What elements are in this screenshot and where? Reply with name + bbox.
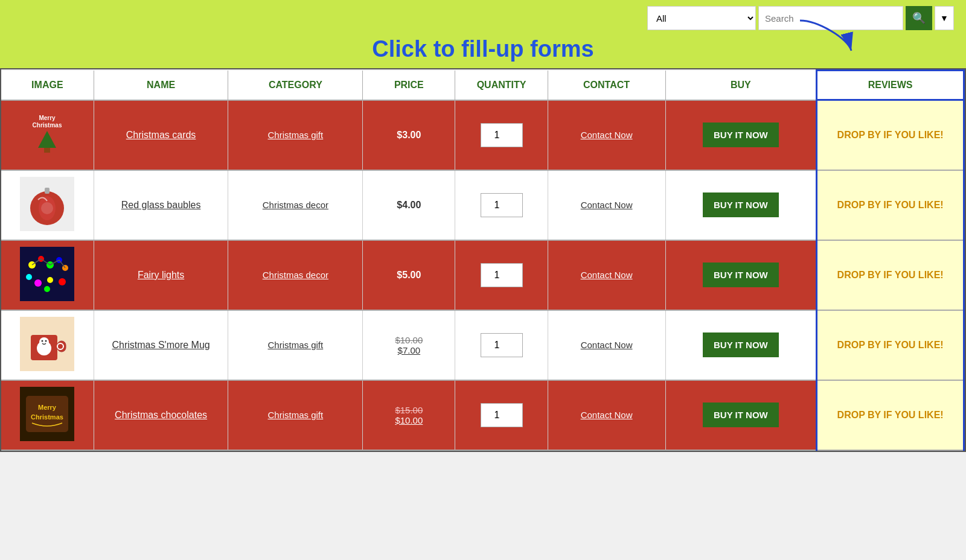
product-name-link[interactable]: Red glass baubles <box>121 200 201 210</box>
category-link[interactable]: Christmas gift <box>268 410 324 420</box>
product-category-cell: Christmas decor <box>228 240 363 310</box>
search-button[interactable]: 🔍 <box>906 6 932 30</box>
product-name-link[interactable]: Christmas S'more Mug <box>112 340 210 350</box>
svg-point-27 <box>39 337 49 347</box>
product-contact-cell: Contact Now <box>548 240 665 310</box>
table-row: Red glass baublesChristmas decor$4.00Con… <box>1 170 964 240</box>
col-header-price: PRICE <box>363 71 455 100</box>
category-link[interactable]: Christmas decor <box>263 200 328 210</box>
contact-link[interactable]: Contact Now <box>581 270 633 280</box>
category-link[interactable]: Christmas decor <box>263 270 328 280</box>
product-review-cell: DROP BY IF YOU LIKE! <box>817 310 964 380</box>
product-price-cell: $3.00 <box>363 100 455 170</box>
product-quantity-cell <box>455 310 548 380</box>
search-category-select[interactable]: All <box>647 6 756 30</box>
svg-point-10 <box>41 202 53 214</box>
category-link[interactable]: Christmas gift <box>268 130 324 140</box>
product-contact-cell: Contact Now <box>548 170 665 240</box>
product-category-cell: Christmas decor <box>228 170 363 240</box>
product-quantity-cell <box>455 170 548 240</box>
table-row: Christmas S'more MugChristmas gift$10.00… <box>1 310 964 380</box>
product-category-cell: Christmas gift <box>228 100 363 170</box>
category-link[interactable]: Christmas gift <box>268 340 324 350</box>
product-name-cell: Christmas S'more Mug <box>94 310 228 380</box>
col-header-quantity: QUANTITY <box>455 71 548 100</box>
product-price-cell: $5.00 <box>363 240 455 310</box>
price-regular: $3.00 <box>397 130 421 140</box>
contact-link[interactable]: Contact Now <box>581 130 633 140</box>
product-image-cell: MerryChristmas <box>1 100 94 170</box>
product-image-cell <box>1 170 94 240</box>
price-regular: $5.00 <box>397 270 421 280</box>
contact-link[interactable]: Contact Now <box>581 340 633 350</box>
quantity-input[interactable] <box>481 403 523 427</box>
product-quantity-cell <box>455 380 548 450</box>
product-name-cell: Christmas chocolates <box>94 380 228 450</box>
product-table: IMAGE NAME CATEGORY PRICE QUANTITY CONTA… <box>1 69 965 451</box>
price-original: $10.00 <box>368 335 450 345</box>
contact-link[interactable]: Contact Now <box>581 200 633 210</box>
product-name-link[interactable]: Christmas cards <box>126 130 196 140</box>
price-regular: $4.00 <box>397 200 421 210</box>
svg-rect-9 <box>45 188 50 194</box>
table-row: MerryChristmasChristmas cardsChristmas g… <box>1 100 964 170</box>
product-buy-cell: BUY IT NOW <box>665 100 817 170</box>
quantity-input[interactable] <box>481 123 523 147</box>
product-buy-cell: BUY IT NOW <box>665 310 817 380</box>
top-bar: All 🔍 ▼ Click to fill-up forms <box>0 0 966 68</box>
svg-text:Christmas: Christmas <box>31 413 63 421</box>
col-header-reviews: REVIEWS <box>817 71 964 100</box>
product-review-cell: DROP BY IF YOU LIKE! <box>817 380 964 450</box>
quantity-input[interactable] <box>481 263 523 287</box>
svg-point-21 <box>44 286 50 292</box>
review-link[interactable]: DROP BY IF YOU LIKE! <box>837 270 944 280</box>
svg-point-20 <box>59 278 66 285</box>
buy-button[interactable]: BUY IT NOW <box>703 122 779 147</box>
product-buy-cell: BUY IT NOW <box>665 380 817 450</box>
product-price-cell: $15.00$10.00 <box>363 380 455 450</box>
search-dropdown-button[interactable]: ▼ <box>935 6 954 30</box>
product-review-cell: DROP BY IF YOU LIKE! <box>817 100 964 170</box>
svg-rect-5 <box>44 148 50 153</box>
product-buy-cell: BUY IT NOW <box>665 170 817 240</box>
product-name-cell: Christmas cards <box>94 100 228 170</box>
svg-text:Christmas: Christmas <box>33 122 62 129</box>
buy-button[interactable]: BUY IT NOW <box>703 332 779 357</box>
buy-button[interactable]: BUY IT NOW <box>703 402 779 427</box>
contact-link[interactable]: Contact Now <box>581 410 633 420</box>
quantity-input[interactable] <box>481 333 523 357</box>
review-link[interactable]: DROP BY IF YOU LIKE! <box>837 410 944 420</box>
svg-point-19 <box>47 277 53 283</box>
product-quantity-cell <box>455 240 548 310</box>
svg-point-17 <box>26 274 32 280</box>
col-header-category: CATEGORY <box>228 71 363 100</box>
svg-point-29 <box>45 340 47 342</box>
buy-button[interactable]: BUY IT NOW <box>703 192 779 217</box>
quantity-input[interactable] <box>481 193 523 217</box>
col-header-image: IMAGE <box>1 71 94 100</box>
col-header-name: NAME <box>94 71 228 100</box>
review-link[interactable]: DROP BY IF YOU LIKE! <box>837 130 944 140</box>
product-contact-cell: Contact Now <box>548 100 665 170</box>
product-table-container: IMAGE NAME CATEGORY PRICE QUANTITY CONTA… <box>0 68 966 452</box>
svg-text:Merry: Merry <box>38 404 57 411</box>
col-header-contact: CONTACT <box>548 71 665 100</box>
price-original: $15.00 <box>368 405 450 415</box>
product-review-cell: DROP BY IF YOU LIKE! <box>817 240 964 310</box>
product-name-link[interactable]: Christmas chocolates <box>115 410 207 420</box>
product-name-cell: Fairy lights <box>94 240 228 310</box>
product-quantity-cell <box>455 100 548 170</box>
arrow-icon <box>794 14 860 57</box>
svg-rect-11 <box>20 247 74 301</box>
product-name-link[interactable]: Fairy lights <box>138 270 184 280</box>
product-image-cell <box>1 240 94 310</box>
svg-text:Merry: Merry <box>39 115 56 121</box>
review-link[interactable]: DROP BY IF YOU LIKE! <box>837 200 944 210</box>
buy-button[interactable]: BUY IT NOW <box>703 262 779 287</box>
product-price-cell: $10.00$7.00 <box>363 310 455 380</box>
svg-point-28 <box>42 340 43 342</box>
click-label: Click to fill-up forms <box>12 33 954 68</box>
product-image-cell: MerryChristmas <box>1 380 94 450</box>
product-contact-cell: Contact Now <box>548 310 665 380</box>
review-link[interactable]: DROP BY IF YOU LIKE! <box>837 340 944 350</box>
